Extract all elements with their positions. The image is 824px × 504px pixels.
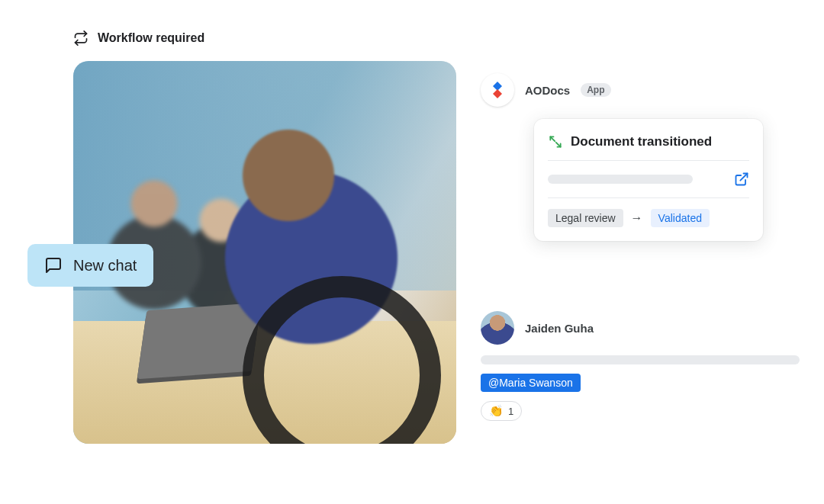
- status-from-tag: Legal review: [548, 209, 623, 227]
- clap-emoji-icon: 👏: [489, 404, 504, 418]
- document-card-title-row: Document transitioned: [548, 134, 749, 160]
- message-block: Jaiden Guha @Maria Swanson 👏 1: [481, 311, 801, 421]
- app-logo-icon: [481, 73, 514, 107]
- divider: [548, 197, 749, 198]
- repeat-icon: [73, 30, 89, 46]
- app-name: AODocs: [525, 84, 570, 97]
- transition-icon: [548, 134, 563, 149]
- app-badge: App: [581, 83, 610, 97]
- arrow-right-icon: →: [631, 211, 643, 225]
- document-link-row: [548, 172, 749, 187]
- svg-marker-1: [493, 89, 502, 98]
- chat-icon: [44, 256, 63, 274]
- divider: [548, 160, 749, 161]
- document-name-placeholder: [548, 175, 693, 184]
- workflow-header-label: Workflow required: [98, 31, 204, 45]
- mention-chip[interactable]: @Maria Swanson: [481, 374, 581, 392]
- message-body: @Maria Swanson 👏 1: [481, 355, 801, 421]
- avatar: [481, 311, 514, 345]
- status-tags-row: Legal review → Validated: [548, 209, 749, 227]
- svg-line-4: [740, 174, 747, 181]
- workflow-header: Workflow required: [73, 30, 204, 46]
- status-to-tag: Validated: [651, 209, 710, 227]
- message-header: Jaiden Guha: [481, 311, 801, 345]
- open-external-icon[interactable]: [734, 172, 749, 187]
- message-text-placeholder: [481, 355, 800, 364]
- document-card: Document transitioned Legal review → Val…: [534, 119, 763, 241]
- document-card-title: Document transitioned: [571, 134, 712, 149]
- new-chat-button[interactable]: New chat: [27, 244, 153, 287]
- app-header: AODocs App: [481, 73, 611, 107]
- message-user-name: Jaiden Guha: [525, 322, 594, 335]
- new-chat-label: New chat: [73, 257, 137, 274]
- reaction-count: 1: [508, 406, 513, 417]
- reaction-chip[interactable]: 👏 1: [481, 401, 522, 421]
